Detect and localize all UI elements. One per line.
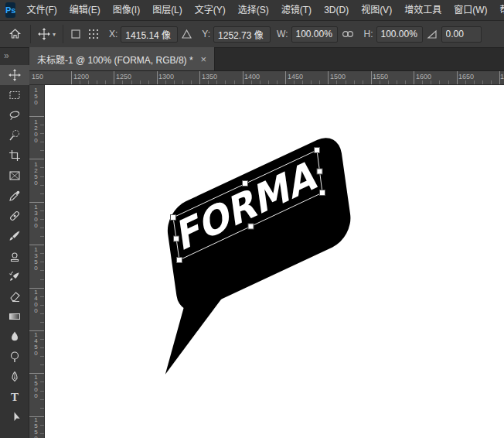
- ruler-label: 1300: [32, 204, 39, 228]
- tool-eyedropper[interactable]: [0, 186, 29, 206]
- transform-handle-right-mid[interactable]: [317, 169, 322, 174]
- chevron-down-icon: ▾: [53, 31, 56, 38]
- menu-window[interactable]: 窗口(W): [448, 0, 493, 20]
- menu-3d[interactable]: 3D(D): [318, 0, 355, 20]
- menu-bar: Ps 文件(F) 编辑(E) 图像(I) 图层(L) 文字(Y) 选择(S) 滤…: [0, 0, 504, 21]
- reference-point-locator[interactable]: [84, 24, 103, 44]
- tool-eraser[interactable]: [0, 286, 29, 306]
- transform-handle-top-mid[interactable]: [243, 181, 248, 186]
- ruler-label: 1250: [116, 73, 131, 80]
- crop-icon: [9, 149, 21, 162]
- x-position-input[interactable]: [121, 26, 178, 43]
- rotation-input[interactable]: [441, 26, 482, 43]
- ruler-label: 1350: [202, 73, 217, 80]
- tool-gradient[interactable]: [0, 306, 29, 327]
- ruler-label: 150: [32, 87, 39, 105]
- document-tab-title: 未标题-1 @ 100% (FORMA, RGB/8) *: [37, 53, 193, 66]
- tool-history-brush[interactable]: [0, 266, 29, 286]
- ruler-label: 150: [32, 73, 43, 80]
- document-tab-bar: 未标题-1 @ 100% (FORMA, RGB/8) * ×: [29, 48, 504, 71]
- width-input[interactable]: [291, 26, 338, 43]
- delta-icon: [182, 29, 192, 39]
- home-button[interactable]: [3, 23, 26, 45]
- y-position-input[interactable]: [213, 26, 271, 43]
- tool-crop[interactable]: [0, 145, 29, 166]
- lasso-icon: [9, 109, 21, 121]
- clone-stamp-icon: [9, 250, 21, 262]
- pen-icon: [9, 371, 21, 383]
- maintain-aspect-ratio-toggle[interactable]: [338, 24, 358, 44]
- ruler-label: 1550: [373, 73, 388, 80]
- reference-grid-icon: [88, 29, 99, 39]
- tool-lasso[interactable]: [0, 105, 29, 125]
- toolbar-expand-button[interactable]: »: [0, 48, 29, 65]
- menu-select[interactable]: 选择(S): [232, 0, 275, 20]
- relative-position-toggle[interactable]: [178, 24, 196, 44]
- menu-type[interactable]: 文字(Y): [189, 0, 232, 20]
- tool-path-selection[interactable]: [0, 407, 29, 427]
- move-icon: [9, 69, 21, 81]
- x-label: X:: [109, 29, 117, 39]
- tool-type[interactable]: T: [0, 387, 29, 407]
- ruler-label: 1350: [32, 246, 39, 271]
- eraser-icon: [9, 290, 21, 303]
- artwork: FORMA: [45, 85, 504, 438]
- tool-panel: »: [0, 48, 29, 438]
- tool-rectangular-marquee[interactable]: [0, 85, 29, 105]
- tool-clone-stamp[interactable]: [0, 246, 29, 266]
- brush-icon: [9, 230, 21, 242]
- ruler-label: 1700: [500, 73, 504, 80]
- current-tool-indicator[interactable]: ▾: [35, 28, 59, 40]
- ruler-label: 1450: [32, 331, 39, 356]
- options-bar: ▾ X: Y: W:: [0, 21, 504, 48]
- transform-handle-left-mid[interactable]: [174, 236, 179, 241]
- separator: [30, 25, 31, 43]
- ruler-label: 1200: [32, 118, 39, 143]
- tool-pen[interactable]: [0, 367, 29, 387]
- tool-blur[interactable]: [0, 327, 29, 347]
- ruler-label: 1300: [158, 73, 174, 80]
- menu-help[interactable]: 帮助(H): [493, 0, 504, 20]
- move-tool-icon: [38, 28, 50, 40]
- menu-image[interactable]: 图像(I): [107, 0, 146, 20]
- frame-icon: [9, 169, 21, 182]
- svg-text:T: T: [11, 391, 19, 403]
- ruler-label: 1500: [32, 374, 39, 399]
- type-icon: T: [9, 391, 21, 403]
- close-icon[interactable]: ×: [201, 54, 207, 64]
- tool-quick-selection[interactable]: [0, 125, 29, 145]
- photoshop-window: Ps 文件(F) 编辑(E) 图像(I) 图层(L) 文字(Y) 选择(S) 滤…: [0, 0, 504, 438]
- menu-layer[interactable]: 图层(L): [146, 0, 189, 20]
- transform-handle-top-right[interactable]: [315, 148, 320, 153]
- tool-move[interactable]: [0, 65, 29, 85]
- checkbox-icon: [71, 29, 80, 39]
- document-tab[interactable]: 未标题-1 @ 100% (FORMA, RGB/8) * ×: [29, 47, 215, 70]
- speech-bubble-shape[interactable]: FORMA: [144, 130, 360, 375]
- tool-spot-healing[interactable]: [0, 206, 29, 226]
- ruler-label: 1500: [330, 73, 346, 80]
- eyedropper-icon: [9, 190, 21, 202]
- dodge-icon: [9, 351, 21, 363]
- menu-file[interactable]: 文件(F): [20, 0, 63, 20]
- ruler-label: 1400: [244, 73, 260, 80]
- menu-filter[interactable]: 滤镜(T): [275, 0, 318, 20]
- transform-handle-bottom-right[interactable]: [320, 190, 325, 196]
- tool-frame[interactable]: [0, 166, 29, 186]
- separator: [63, 25, 63, 43]
- angle-icon: [427, 29, 438, 39]
- transform-handle-bottom-left[interactable]: [177, 258, 182, 263]
- ruler-label: 1600: [416, 73, 431, 80]
- menu-edit[interactable]: 编辑(E): [63, 0, 107, 20]
- height-input[interactable]: [376, 26, 423, 43]
- transform-handle-bottom-mid[interactable]: [248, 224, 254, 229]
- menu-plugins[interactable]: 增效工具: [398, 0, 448, 20]
- document-canvas[interactable]: FORMA: [45, 85, 504, 438]
- ps-logo-icon: Ps: [5, 2, 15, 18]
- tool-dodge[interactable]: [0, 347, 29, 367]
- gradient-icon: [9, 310, 21, 323]
- reference-point-toggle[interactable]: [67, 24, 84, 44]
- menu-view[interactable]: 视图(V): [355, 0, 398, 20]
- ruler-label: 1650: [458, 73, 474, 80]
- transform-handle-top-left[interactable]: [171, 215, 176, 221]
- tool-brush[interactable]: [0, 226, 29, 246]
